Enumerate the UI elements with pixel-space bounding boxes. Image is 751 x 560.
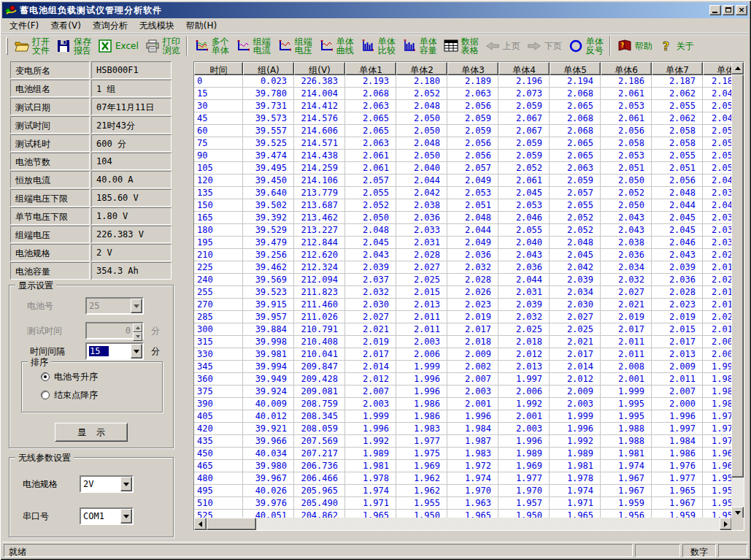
chevron-down-icon bbox=[134, 350, 139, 356]
table-row[interactable]: 10539.495214.2592.0612.0402.0572.0522.06… bbox=[194, 162, 732, 174]
scroll-left-button[interactable] bbox=[194, 518, 207, 530]
toolbar-cell-curve-button[interactable]: 单体曲线 bbox=[315, 35, 357, 57]
table-row[interactable]: 42039.921208.0591.9961.9831.9842.0031.99… bbox=[194, 423, 732, 435]
toolbar-data-table-button[interactable]: 数据表格 bbox=[440, 35, 482, 57]
toolbar-save-report-button[interactable]: 保存报告 bbox=[53, 35, 94, 57]
table-cell: 240 bbox=[194, 274, 243, 286]
table-cell: 2.045 bbox=[652, 224, 703, 237]
battery-spec-select[interactable]: 2V bbox=[80, 475, 134, 493]
sort-option-1[interactable]: 电池号升序 bbox=[41, 371, 98, 383]
table-row[interactable]: 46539.980206.7361.9811.9691.9721.9691.98… bbox=[194, 460, 732, 472]
table-row[interactable]: 1539.780214.0042.0682.0522.0632.0732.068… bbox=[194, 88, 732, 100]
interval-dropdown-button[interactable] bbox=[131, 344, 142, 358]
table-row[interactable]: 6039.557214.6062.0652.0502.0592.0672.068… bbox=[194, 125, 732, 137]
toolbar-help-button[interactable]: ?帮助 bbox=[614, 35, 655, 57]
table-row[interactable]: 31539.998210.4082.0192.0032.0182.0182.02… bbox=[194, 336, 732, 348]
table-row[interactable]: 15039.502213.6872.0522.0382.0512.0532.05… bbox=[194, 199, 732, 212]
table-row[interactable]: 40540.012208.3451.9991.9861.9962.0011.99… bbox=[194, 410, 732, 423]
vertical-scrollbar-thumb[interactable] bbox=[731, 74, 744, 477]
radio-button[interactable] bbox=[41, 391, 50, 399]
close-icon: × bbox=[736, 5, 747, 15]
radio-button[interactable] bbox=[41, 372, 50, 381]
scroll-right-button[interactable] bbox=[720, 518, 732, 530]
table-row[interactable]: 3039.731214.4122.0632.0482.0562.0592.065… bbox=[194, 100, 732, 112]
table-row[interactable]: 43539.966207.5691.9921.9771.9871.9961.99… bbox=[194, 435, 732, 448]
table-row[interactable]: 28539.957211.0262.0272.0112.0192.0322.02… bbox=[194, 311, 732, 323]
table-cell: 1.97 bbox=[703, 423, 732, 435]
table-cell: 2.025 bbox=[396, 274, 447, 286]
table-cell: 2.028 bbox=[396, 249, 447, 261]
menu-item-help[interactable]: 帮助(H) bbox=[180, 18, 223, 34]
chart-cell-icon bbox=[318, 39, 334, 53]
table-cell: 214.106 bbox=[294, 174, 345, 187]
battery-spec-dropdown-button[interactable] bbox=[120, 477, 132, 491]
table-cell: 2.061 bbox=[498, 174, 550, 187]
table-cell: 1.981 bbox=[345, 460, 396, 472]
scroll-up-button[interactable] bbox=[731, 62, 744, 74]
table-row[interactable]: 48039.967206.4661.9781.9621.9741.9771.97… bbox=[194, 472, 732, 485]
table-row[interactable]: 12039.450214.1062.0572.0442.0492.0612.05… bbox=[194, 174, 732, 187]
table-cell: 1.978 bbox=[550, 472, 601, 485]
table-row[interactable]: 00.023226.3832.1932.1802.1892.1962.1942.… bbox=[194, 75, 732, 88]
toolbar-group-current-button[interactable]: 组端电流 bbox=[232, 35, 274, 57]
table-row[interactable]: 45040.034207.2171.9891.9751.9831.9891.98… bbox=[194, 448, 732, 460]
table-row[interactable]: 24039.569212.0942.0372.0252.0282.0442.03… bbox=[194, 274, 732, 286]
toolbar-excel-export-button[interactable]: Excel bbox=[94, 35, 142, 57]
toolbar-cell-capacity-button[interactable]: 单体容量 bbox=[398, 35, 440, 57]
table-row[interactable]: 13539.640213.7792.0552.0422.0532.0452.05… bbox=[194, 187, 732, 199]
sort-option-2[interactable]: 结束点降序 bbox=[41, 389, 98, 401]
toolbar-print-preview-button[interactable]: 打印浏览 bbox=[142, 35, 183, 57]
horizontal-scrollbar-thumb[interactable] bbox=[207, 518, 256, 530]
table-row[interactable]: 36039.949209.4282.0121.9962.0071.9972.01… bbox=[194, 373, 732, 386]
show-button[interactable]: 显 示 bbox=[55, 423, 128, 442]
table-row[interactable]: 18039.529213.2272.0482.0332.0442.0552.05… bbox=[194, 224, 732, 237]
minimize-icon bbox=[712, 12, 717, 13]
com-port-dropdown-button[interactable] bbox=[120, 509, 132, 523]
close-button[interactable]: × bbox=[736, 5, 747, 15]
table-cell: 2.008 bbox=[601, 361, 652, 373]
toolbar-open-file-button[interactable]: 打开文件 bbox=[11, 35, 53, 57]
table-row[interactable]: 34539.994209.8472.0141.9992.0022.0132.01… bbox=[194, 361, 732, 373]
vertical-scrollbar[interactable] bbox=[731, 62, 744, 519]
table-row[interactable]: 16539.392213.4622.0502.0362.0482.0462.05… bbox=[194, 212, 732, 224]
table-cell: 208.345 bbox=[294, 410, 345, 423]
table-row[interactable]: 25539.523211.8232.0322.0152.0262.0312.03… bbox=[194, 286, 732, 299]
horizontal-scrollbar[interactable] bbox=[194, 518, 732, 530]
table-row[interactable]: 39040.009208.7592.0031.9862.0011.9922.00… bbox=[194, 398, 732, 410]
table-row[interactable]: 9039.474214.4382.0612.0502.0562.0592.065… bbox=[194, 150, 732, 162]
menu-item-file[interactable]: 文件(F) bbox=[4, 18, 45, 34]
table-row[interactable]: 37539.924209.0812.0071.9962.0032.0062.00… bbox=[194, 386, 732, 398]
table-row[interactable]: 4539.573214.5762.0652.0502.0592.0672.068… bbox=[194, 112, 732, 125]
toolbar-multi-cell-curves-button[interactable]: 多个单体 bbox=[190, 35, 232, 57]
table-cell: 2.04 bbox=[703, 174, 732, 187]
table-cell: 2.068 bbox=[550, 125, 601, 137]
table-cell: 1.996 bbox=[396, 386, 447, 398]
table-row[interactable]: 30039.884210.7912.0212.0112.0172.0252.02… bbox=[194, 323, 732, 336]
table-cell: 2.050 bbox=[601, 199, 652, 212]
table-row[interactable]: 22539.462212.3242.0392.0272.0322.0362.04… bbox=[194, 261, 732, 274]
table-cell: 1.999 bbox=[345, 410, 396, 423]
menu-item-query-analysis[interactable]: 查询分析 bbox=[87, 18, 134, 34]
table-row[interactable]: 49540.026205.9651.9741.9621.9701.9701.97… bbox=[194, 485, 732, 497]
table-cell: 2.073 bbox=[498, 88, 550, 100]
table-cell: 1.977 bbox=[396, 435, 447, 448]
maximize-button[interactable] bbox=[723, 5, 734, 15]
menu-item-wireless-module[interactable]: 无线模块 bbox=[134, 18, 180, 34]
toolbar-cell-compare-button[interactable]: 单体比较 bbox=[357, 35, 398, 57]
toolbar-about-button[interactable]: ?关于 bbox=[655, 35, 697, 57]
com-port-select[interactable]: COM1 bbox=[80, 507, 134, 525]
table-cell: 2.036 bbox=[447, 249, 498, 261]
table-cell: 39.474 bbox=[243, 150, 294, 162]
minimize-button[interactable] bbox=[709, 5, 721, 15]
toolbar-cell-invert-button[interactable]: 单体反号 bbox=[565, 35, 606, 57]
table-row[interactable]: 7539.525214.5712.0632.0482.0562.0592.065… bbox=[194, 137, 732, 150]
table-row[interactable]: 33039.981210.0412.0172.0062.0092.0122.01… bbox=[194, 348, 732, 361]
table-cell: 1.98 bbox=[703, 373, 732, 386]
table-row[interactable]: 21039.256212.6202.0432.0282.0362.0432.04… bbox=[194, 249, 732, 261]
toolbar-group-voltage-button[interactable]: 组端电压 bbox=[274, 35, 315, 57]
table-row[interactable]: 27039.915211.4602.0302.0132.0232.0392.03… bbox=[194, 299, 732, 311]
table-row[interactable]: 19539.479212.8442.0452.0312.0492.0402.04… bbox=[194, 237, 732, 249]
interval-select[interactable]: 15 bbox=[85, 342, 144, 360]
menu-item-view[interactable]: 查看(V) bbox=[45, 18, 87, 34]
table-row[interactable]: 51039.976205.4901.9711.9551.9631.9571.97… bbox=[194, 497, 732, 510]
